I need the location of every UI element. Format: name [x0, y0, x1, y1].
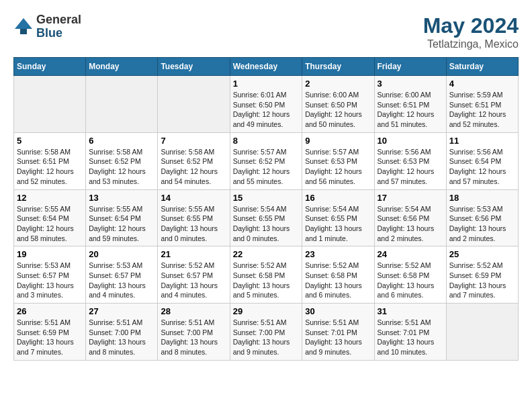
day-info: Sunrise: 6:00 AM Sunset: 6:51 PM Dayligh… — [378, 90, 443, 130]
calendar-week-row: 12Sunrise: 5:55 AM Sunset: 6:54 PM Dayli… — [14, 189, 519, 246]
day-info: Sunrise: 5:58 AM Sunset: 6:52 PM Dayligh… — [89, 147, 154, 187]
calendar-cell: 23Sunrise: 5:52 AM Sunset: 6:58 PM Dayli… — [302, 246, 374, 304]
calendar-cell: 8Sunrise: 5:57 AM Sunset: 6:52 PM Daylig… — [230, 132, 302, 189]
calendar-cell: 6Sunrise: 5:58 AM Sunset: 6:52 PM Daylig… — [86, 132, 158, 189]
day-info: Sunrise: 5:52 AM Sunset: 6:58 PM Dayligh… — [378, 261, 443, 300]
day-number: 10 — [378, 136, 443, 146]
day-info: Sunrise: 5:58 AM Sunset: 6:52 PM Dayligh… — [161, 147, 226, 187]
day-number: 1 — [233, 79, 300, 89]
day-number: 25 — [449, 249, 515, 259]
day-info: Sunrise: 5:51 AM Sunset: 7:01 PM Dayligh… — [305, 318, 371, 357]
calendar-cell: 14Sunrise: 5:55 AM Sunset: 6:55 PM Dayli… — [158, 189, 230, 246]
calendar-cell: 4Sunrise: 5:59 AM Sunset: 6:51 PM Daylig… — [446, 76, 518, 133]
calendar-cell: 2Sunrise: 6:00 AM Sunset: 6:50 PM Daylig… — [302, 76, 374, 133]
day-info: Sunrise: 5:53 AM Sunset: 6:57 PM Dayligh… — [17, 261, 83, 300]
day-number: 11 — [449, 136, 515, 146]
day-number: 6 — [89, 136, 154, 146]
calendar-cell — [86, 76, 158, 133]
day-number: 20 — [89, 249, 154, 259]
header-friday: Friday — [374, 58, 446, 76]
header-wednesday: Wednesday — [230, 58, 302, 76]
calendar-week-row: 19Sunrise: 5:53 AM Sunset: 6:57 PM Dayli… — [14, 246, 519, 304]
day-number: 16 — [305, 193, 371, 203]
title-block: May 2024 Tetlatzinga, Mexico — [423, 13, 519, 50]
page-subtitle: Tetlatzinga, Mexico — [423, 38, 519, 50]
calendar-cell: 11Sunrise: 5:56 AM Sunset: 6:54 PM Dayli… — [446, 132, 518, 189]
day-number: 31 — [378, 306, 443, 316]
calendar-cell: 12Sunrise: 5:55 AM Sunset: 6:54 PM Dayli… — [14, 189, 86, 246]
logo-icon — [13, 17, 34, 37]
day-info: Sunrise: 5:52 AM Sunset: 6:59 PM Dayligh… — [449, 261, 515, 300]
day-number: 9 — [305, 136, 371, 146]
calendar-cell: 30Sunrise: 5:51 AM Sunset: 7:01 PM Dayli… — [302, 304, 374, 361]
day-info: Sunrise: 5:54 AM Sunset: 6:56 PM Dayligh… — [378, 204, 443, 244]
calendar-table: SundayMondayTuesdayWednesdayThursdayFrid… — [13, 57, 519, 361]
day-number: 2 — [305, 79, 371, 89]
calendar-cell: 29Sunrise: 5:51 AM Sunset: 7:00 PM Dayli… — [230, 304, 302, 361]
calendar-cell: 21Sunrise: 5:52 AM Sunset: 6:57 PM Dayli… — [158, 246, 230, 304]
day-number: 21 — [161, 249, 226, 259]
day-number: 29 — [233, 306, 300, 316]
calendar-cell: 24Sunrise: 5:52 AM Sunset: 6:58 PM Dayli… — [374, 246, 446, 304]
day-number: 18 — [449, 193, 515, 203]
calendar-week-row: 26Sunrise: 5:51 AM Sunset: 6:59 PM Dayli… — [14, 304, 519, 361]
svg-marker-0 — [15, 18, 32, 29]
day-info: Sunrise: 5:51 AM Sunset: 7:00 PM Dayligh… — [161, 318, 226, 357]
day-info: Sunrise: 5:51 AM Sunset: 7:00 PM Dayligh… — [89, 318, 154, 357]
day-info: Sunrise: 5:57 AM Sunset: 6:53 PM Dayligh… — [305, 147, 371, 187]
calendar-cell: 25Sunrise: 5:52 AM Sunset: 6:59 PM Dayli… — [446, 246, 518, 304]
calendar-cell: 1Sunrise: 6:01 AM Sunset: 6:50 PM Daylig… — [230, 76, 302, 133]
day-number: 17 — [378, 193, 443, 203]
calendar-cell: 10Sunrise: 5:56 AM Sunset: 6:53 PM Dayli… — [374, 132, 446, 189]
day-info: Sunrise: 5:59 AM Sunset: 6:51 PM Dayligh… — [449, 90, 515, 130]
day-info: Sunrise: 6:00 AM Sunset: 6:50 PM Dayligh… — [305, 90, 371, 130]
calendar-cell: 15Sunrise: 5:54 AM Sunset: 6:55 PM Dayli… — [230, 189, 302, 246]
day-number: 4 — [449, 79, 515, 89]
calendar-cell: 9Sunrise: 5:57 AM Sunset: 6:53 PM Daylig… — [302, 132, 374, 189]
day-info: Sunrise: 5:56 AM Sunset: 6:54 PM Dayligh… — [449, 147, 515, 187]
calendar-week-row: 1Sunrise: 6:01 AM Sunset: 6:50 PM Daylig… — [14, 76, 519, 133]
calendar-header-row: SundayMondayTuesdayWednesdayThursdayFrid… — [14, 58, 519, 76]
calendar-cell: 18Sunrise: 5:53 AM Sunset: 6:56 PM Dayli… — [446, 189, 518, 246]
calendar-cell: 13Sunrise: 5:55 AM Sunset: 6:54 PM Dayli… — [86, 189, 158, 246]
calendar-cell: 22Sunrise: 5:52 AM Sunset: 6:58 PM Dayli… — [230, 246, 302, 304]
calendar-cell — [158, 76, 230, 133]
day-number: 7 — [161, 136, 226, 146]
day-number: 23 — [305, 249, 371, 259]
day-number: 28 — [161, 306, 226, 316]
day-info: Sunrise: 5:51 AM Sunset: 7:00 PM Dayligh… — [233, 318, 300, 357]
header-monday: Monday — [86, 58, 158, 76]
calendar-cell: 3Sunrise: 6:00 AM Sunset: 6:51 PM Daylig… — [374, 76, 446, 133]
header-saturday: Saturday — [446, 58, 518, 76]
day-number: 8 — [233, 136, 300, 146]
day-info: Sunrise: 5:56 AM Sunset: 6:53 PM Dayligh… — [378, 147, 443, 187]
calendar-cell — [14, 76, 86, 133]
calendar-cell: 16Sunrise: 5:54 AM Sunset: 6:55 PM Dayli… — [302, 189, 374, 246]
day-number: 3 — [378, 79, 443, 89]
logo: General Blue — [13, 13, 81, 40]
calendar-cell: 5Sunrise: 5:58 AM Sunset: 6:51 PM Daylig… — [14, 132, 86, 189]
calendar-cell: 27Sunrise: 5:51 AM Sunset: 7:00 PM Dayli… — [86, 304, 158, 361]
day-info: Sunrise: 5:57 AM Sunset: 6:52 PM Dayligh… — [233, 147, 300, 187]
page-title: May 2024 — [423, 13, 519, 38]
day-info: Sunrise: 5:55 AM Sunset: 6:55 PM Dayligh… — [161, 204, 226, 244]
day-info: Sunrise: 5:53 AM Sunset: 6:57 PM Dayligh… — [89, 261, 154, 300]
calendar-cell: 17Sunrise: 5:54 AM Sunset: 6:56 PM Dayli… — [374, 189, 446, 246]
calendar-week-row: 5Sunrise: 5:58 AM Sunset: 6:51 PM Daylig… — [14, 132, 519, 189]
header-sunday: Sunday — [14, 58, 86, 76]
day-number: 30 — [305, 306, 371, 316]
day-info: Sunrise: 5:54 AM Sunset: 6:55 PM Dayligh… — [233, 204, 300, 244]
svg-rect-1 — [20, 29, 27, 34]
day-number: 15 — [233, 193, 300, 203]
day-info: Sunrise: 5:51 AM Sunset: 7:01 PM Dayligh… — [378, 318, 443, 357]
day-number: 19 — [17, 249, 83, 259]
day-info: Sunrise: 5:52 AM Sunset: 6:58 PM Dayligh… — [305, 261, 371, 300]
header-thursday: Thursday — [302, 58, 374, 76]
day-info: Sunrise: 5:55 AM Sunset: 6:54 PM Dayligh… — [89, 204, 154, 244]
day-info: Sunrise: 5:52 AM Sunset: 6:58 PM Dayligh… — [233, 261, 300, 300]
page-header: General Blue May 2024 Tetlatzinga, Mexic… — [13, 13, 519, 50]
day-number: 22 — [233, 249, 300, 259]
day-number: 14 — [161, 193, 226, 203]
day-info: Sunrise: 5:55 AM Sunset: 6:54 PM Dayligh… — [17, 204, 83, 244]
day-info: Sunrise: 5:53 AM Sunset: 6:56 PM Dayligh… — [449, 204, 515, 244]
